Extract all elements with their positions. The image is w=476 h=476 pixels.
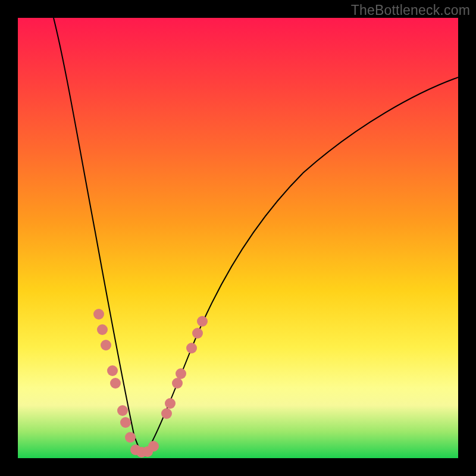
data-dot [97, 324, 108, 335]
data-dot [161, 408, 172, 419]
data-dot [176, 368, 186, 379]
data-dot [165, 398, 176, 409]
data-dot [107, 365, 118, 376]
data-dot [110, 378, 121, 389]
plot-area [18, 18, 458, 458]
watermark-text: TheBottleneck.com [351, 2, 470, 18]
curve-left-branch [54, 18, 145, 454]
data-dot [117, 405, 128, 416]
outer-frame: TheBottleneck.com [0, 0, 476, 476]
dot-cluster-left [93, 309, 159, 458]
data-dot [197, 316, 208, 327]
data-dot [186, 343, 197, 353]
data-dot [148, 441, 159, 452]
data-dot [172, 378, 183, 389]
data-dot [101, 340, 111, 350]
data-dot [192, 328, 203, 339]
chart-svg [18, 18, 458, 458]
data-dot [125, 432, 136, 443]
data-dot [120, 417, 131, 428]
curve-right-branch [145, 77, 458, 454]
data-dot [93, 309, 104, 320]
